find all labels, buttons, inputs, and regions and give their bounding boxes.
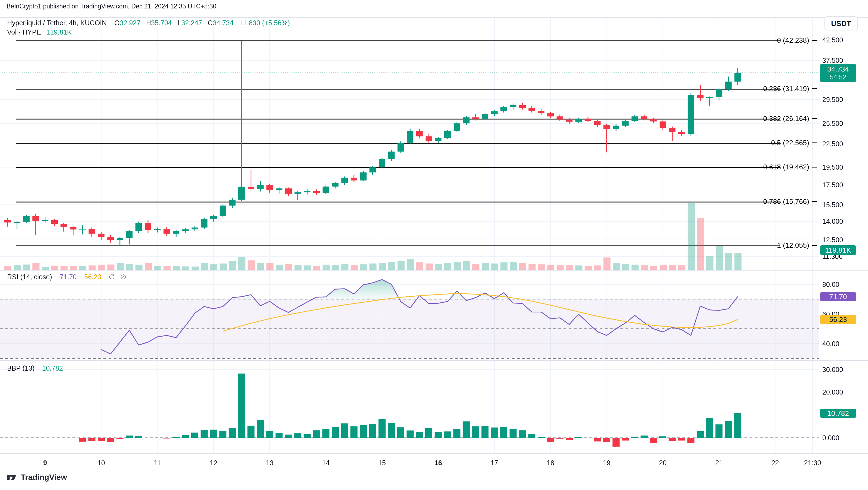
volume-value: 119.81K xyxy=(47,28,71,36)
tradingview-logo-icon xyxy=(6,472,18,482)
fib-level-tick xyxy=(812,167,817,167)
bbp-axis-label: 20.000 xyxy=(822,388,843,396)
price-axis-label: 22.500 xyxy=(822,140,843,148)
price-axis-label: 25.500 xyxy=(822,119,843,128)
time-axis-label: 12 xyxy=(210,459,217,467)
fib-level-label: 0.382 (26.164) xyxy=(763,115,817,123)
time-axis-label: 17 xyxy=(491,459,498,467)
time-axis-label: 11 xyxy=(154,459,161,467)
rsi-ma-value-badge: 56.23 xyxy=(820,315,856,324)
volume-badge: 119.81K xyxy=(820,245,856,255)
time-axis-label: 18 xyxy=(547,459,554,467)
fib-level-tick xyxy=(812,40,817,41)
fib-level-label: 0.618 (19.462) xyxy=(763,163,817,171)
open-value: 32.927 xyxy=(120,19,141,27)
fib-level-label: 1 (12.055) xyxy=(777,241,817,250)
volume-label: Vol · HYPE xyxy=(7,28,41,36)
price-axis-label: 15.500 xyxy=(822,201,843,209)
fib-level-tick xyxy=(812,88,817,89)
price-axis-label: 14.000 xyxy=(822,217,843,225)
close-value: 34.734 xyxy=(213,19,234,27)
rsi-axis-label: 80.00 xyxy=(822,280,839,289)
bbp-value: 10.782 xyxy=(42,364,63,372)
time-axis-label: 16 xyxy=(434,459,442,467)
last-price-value: 34.734 xyxy=(820,65,856,73)
price-axis-label: 42.500 xyxy=(822,36,843,44)
time-axis-label: 21:30 xyxy=(804,459,821,467)
rsi-empty-icon[interactable]: ∅ xyxy=(109,273,115,281)
bbp-value-badge: 10.782 xyxy=(820,409,856,418)
bar-countdown: 54:52 xyxy=(820,73,856,81)
chart-canvas[interactable] xyxy=(0,0,868,490)
last-price-badge: 34.734 54:52 xyxy=(820,64,856,82)
publish-attribution: BeInCrypto1 published on TradingView.com… xyxy=(6,3,216,10)
time-axis-label: 15 xyxy=(378,459,386,467)
rsi-empty-icon[interactable]: ∅ xyxy=(121,273,126,281)
rsi-value-badge: 71.70 xyxy=(820,292,856,301)
rsi-ma-value: 56.23 xyxy=(84,273,101,281)
rsi-title: RSI (14, close) xyxy=(7,273,52,281)
low-value: 32.247 xyxy=(181,19,202,27)
time-axis-label: 13 xyxy=(266,459,274,467)
price-axis-label: 19.500 xyxy=(822,163,843,171)
fib-level-label: 0.786 (15.766) xyxy=(763,197,817,206)
rsi-axis-label: 40.00 xyxy=(822,339,839,348)
high-value: 35.704 xyxy=(151,19,172,27)
time-axis-label: 19 xyxy=(603,459,611,467)
time-axis-label: 21 xyxy=(715,459,723,467)
time-axis-label: 22 xyxy=(771,459,779,467)
price-axis-label: 29.500 xyxy=(822,95,843,104)
symbol-legend[interactable]: Hyperliquid / Tether, 4h, KUCOIN O32.927… xyxy=(7,19,290,27)
change-value: +1.830 (+5.56%) xyxy=(239,19,290,27)
open-label: O xyxy=(114,19,120,27)
bbp-indicator-legend[interactable]: BBP (13) 10.782 xyxy=(7,364,63,372)
time-axis-label: 10 xyxy=(97,459,105,467)
price-axis-label: 37.500 xyxy=(822,56,843,64)
bbp-axis-label: 0.000 xyxy=(822,434,839,442)
fib-level-tick xyxy=(812,201,817,202)
volume-legend[interactable]: Vol · HYPE 119.81K xyxy=(7,28,71,36)
price-axis-label: 17.500 xyxy=(822,181,843,189)
price-axis-label: 12.500 xyxy=(822,236,843,244)
rsi-value: 71.70 xyxy=(60,273,77,281)
fib-level-tick xyxy=(812,245,817,246)
symbol-title: Hyperliquid / Tether, 4h, KUCOIN xyxy=(7,19,107,27)
bbp-title: BBP (13) xyxy=(7,364,35,372)
rsi-indicator-legend[interactable]: RSI (14, close) 71.70 56.23 ∅ ∅ xyxy=(7,273,126,281)
tradingview-watermark[interactable]: TradingView xyxy=(6,472,67,482)
high-label: H xyxy=(146,19,151,27)
close-label: C xyxy=(208,19,213,27)
fib-level-label: 0.5 (22.565) xyxy=(771,139,817,147)
currency-toggle-button[interactable]: USDT xyxy=(825,16,858,30)
low-label: L xyxy=(178,19,181,27)
time-axis-label: 9 xyxy=(43,459,47,467)
fib-level-tick xyxy=(812,142,817,143)
time-axis-label: 14 xyxy=(322,459,330,467)
fib-level-label: 0 (42.238) xyxy=(777,36,817,44)
bbp-axis-label: 30.000 xyxy=(822,365,843,373)
fib-level-label: 0.236 (31.419) xyxy=(763,85,817,93)
time-axis-label: 20 xyxy=(659,459,666,467)
tradingview-logo-text: TradingView xyxy=(21,473,67,482)
fib-level-tick xyxy=(812,118,817,119)
tradingview-published-chart: BeInCrypto1 published on TradingView.com… xyxy=(0,0,868,490)
